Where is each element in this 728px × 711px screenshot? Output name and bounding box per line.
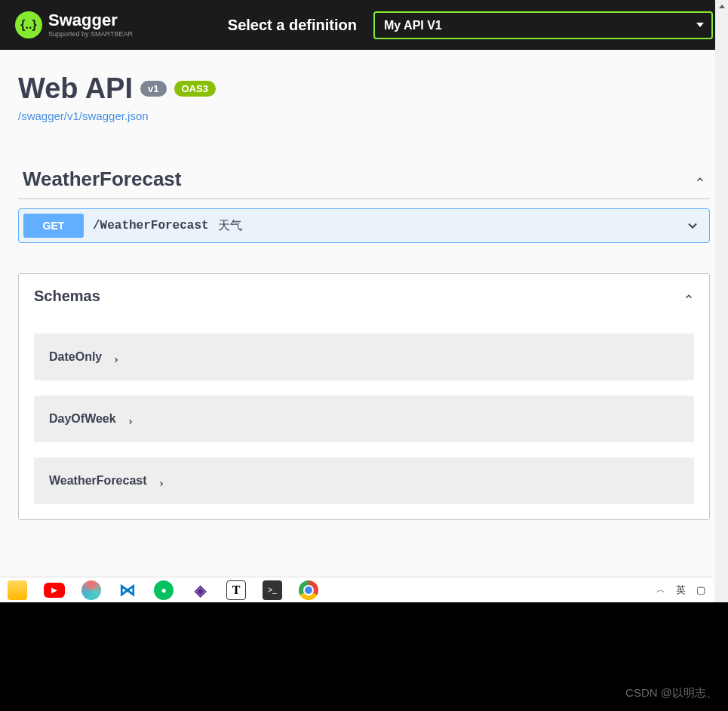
operation-summary: 天气 xyxy=(218,218,242,234)
scrollbar[interactable] xyxy=(715,0,728,604)
brand-text-wrap: Swagger Supported by SMARTBEAR xyxy=(48,12,133,38)
logo-area: {..} Swagger Supported by SMARTBEAR xyxy=(15,11,133,38)
operation-path: /WeatherForecast xyxy=(93,219,209,232)
taskbar: ▶ ⋈ ● ◈ T >_ ︿ 英 ▢ xyxy=(0,577,713,602)
topbar: {..} Swagger Supported by SMARTBEAR Sele… xyxy=(0,0,728,50)
definition-select-wrap: My API V1 xyxy=(373,11,713,39)
ime-indicator[interactable]: 英 xyxy=(676,583,686,597)
schemas-section: Schemas DateOnly DayOfWeek WeatherForeca… xyxy=(18,273,710,520)
taskbar-tray: ︿ 英 ▢ xyxy=(656,583,705,597)
spec-link[interactable]: /swagger/v1/swagger.json xyxy=(18,109,149,122)
chevron-up-icon xyxy=(695,174,705,185)
tag-section: WeatherForecast GET /WeatherForecast 天气 xyxy=(18,160,710,243)
page-content: Web API v1 OAS3 /swagger/v1/swagger.json… xyxy=(0,50,728,520)
http-method-badge: GET xyxy=(23,214,84,238)
api-title: Web API xyxy=(18,72,133,105)
chrome-icon[interactable] xyxy=(299,580,318,600)
tag-header[interactable]: WeatherForecast xyxy=(18,160,710,199)
version-badge: v1 xyxy=(140,81,166,97)
schema-item[interactable]: WeatherForecast xyxy=(34,457,694,504)
operation-row[interactable]: GET /WeatherForecast 天气 xyxy=(18,208,710,243)
schemas-body: DateOnly DayOfWeek WeatherForecast xyxy=(19,334,709,519)
black-area: CSDN @以明志、 xyxy=(0,602,728,711)
youtube-icon[interactable]: ▶ xyxy=(44,583,65,598)
vscode-icon[interactable]: ⋈ xyxy=(118,580,137,600)
brand-subtitle: Supported by SMARTBEAR xyxy=(48,30,133,38)
api-title-row: Web API v1 OAS3 xyxy=(18,72,710,105)
oas-badge: OAS3 xyxy=(174,81,216,97)
definition-select-label: Select a definition xyxy=(228,17,357,34)
definition-select[interactable]: My API V1 xyxy=(373,11,713,39)
terminal-icon[interactable]: >_ xyxy=(263,580,282,600)
browser-icon[interactable] xyxy=(81,580,101,600)
schemas-header[interactable]: Schemas xyxy=(19,274,709,319)
chevron-right-icon xyxy=(112,353,120,361)
visual-studio-icon[interactable]: ◈ xyxy=(190,580,210,600)
swagger-logo-icon: {..} xyxy=(15,11,42,38)
text-app-icon[interactable]: T xyxy=(226,580,246,600)
schema-name: DayOfWeek xyxy=(49,412,116,426)
chevron-right-icon xyxy=(127,415,134,423)
schema-name: WeatherForecast xyxy=(49,474,147,488)
tray-extra-icon[interactable]: ▢ xyxy=(696,584,705,596)
schemas-title: Schemas xyxy=(34,288,100,305)
wechat-icon[interactable]: ● xyxy=(154,580,174,600)
scroll-up-button[interactable] xyxy=(715,0,728,13)
tray-expand-icon[interactable]: ︿ xyxy=(656,583,665,596)
chevron-down-icon xyxy=(685,218,700,233)
tag-name: WeatherForecast xyxy=(23,168,182,191)
chevron-right-icon xyxy=(158,477,165,485)
brand-name: Swagger xyxy=(48,12,133,29)
schema-name: DateOnly xyxy=(49,350,102,364)
schema-item[interactable]: DayOfWeek xyxy=(34,396,694,442)
schema-item[interactable]: DateOnly xyxy=(34,334,694,380)
watermark: CSDN @以明志、 xyxy=(625,686,717,700)
file-explorer-icon[interactable] xyxy=(8,580,27,600)
chevron-up-icon xyxy=(683,291,694,302)
